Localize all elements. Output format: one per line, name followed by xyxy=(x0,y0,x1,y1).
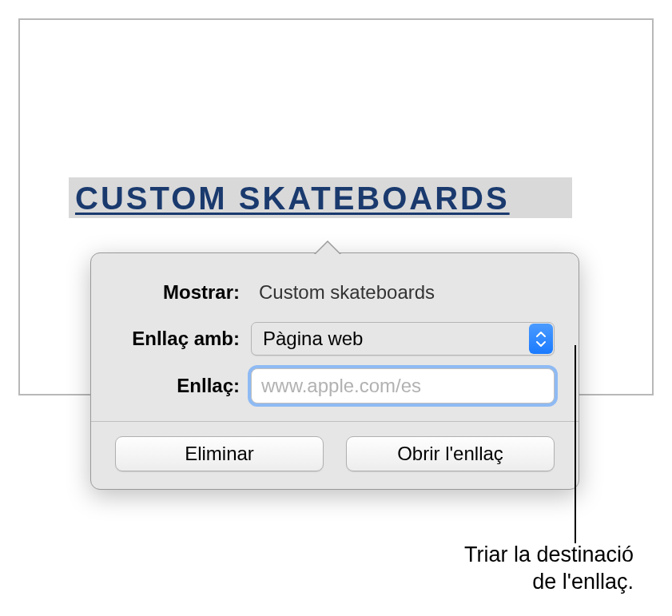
selected-hyperlink-text[interactable]: CUSTOM SKATEBOARDS xyxy=(69,177,572,218)
popover-body: Mostrar: Enllaç amb: Pàgina web xyxy=(91,253,579,421)
link-editor-popover: Mostrar: Enllaç amb: Pàgina web xyxy=(90,252,579,490)
popover-arrow xyxy=(315,242,340,255)
select-stepper-icon xyxy=(529,324,553,354)
popover-footer: Eliminar Obrir l'enllaç xyxy=(91,421,579,489)
url-input[interactable] xyxy=(251,368,555,403)
linkto-selected-value: Pàgina web xyxy=(263,328,363,350)
linkto-select[interactable]: Pàgina web xyxy=(251,322,555,356)
hyperlink-text-content: CUSTOM SKATEBOARDS xyxy=(75,181,510,216)
linkto-row: Enllaç amb: Pàgina web xyxy=(115,322,555,356)
open-link-button[interactable]: Obrir l'enllaç xyxy=(346,436,555,471)
url-label: Enllaç: xyxy=(115,375,251,397)
display-label: Mostrar: xyxy=(115,281,251,304)
url-row: Enllaç: xyxy=(115,368,555,403)
display-row: Mostrar: xyxy=(115,276,555,309)
display-input[interactable] xyxy=(251,276,555,309)
linkto-label: Enllaç amb: xyxy=(115,328,251,350)
remove-button[interactable]: Eliminar xyxy=(115,436,324,471)
callout-text: Triar la destinació de l'enllaç. xyxy=(464,542,634,596)
